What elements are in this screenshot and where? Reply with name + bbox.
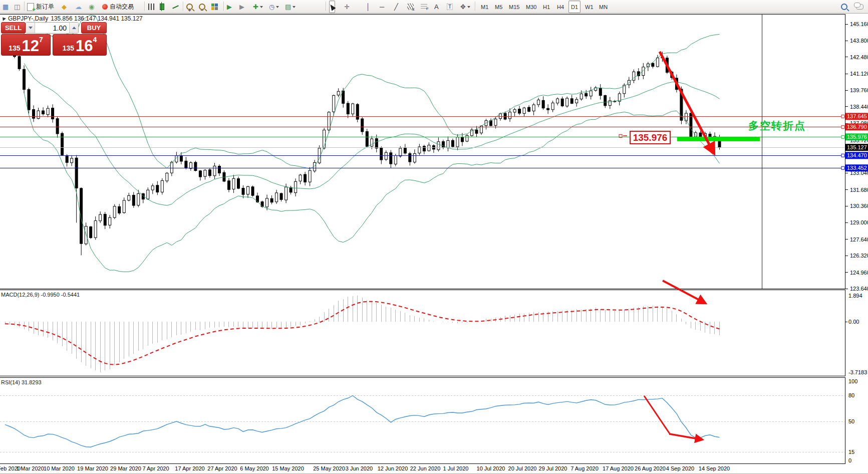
candle-body [399, 148, 402, 156]
zoom-out-icon[interactable]: − [198, 1, 206, 13]
candle-body [232, 178, 235, 189]
timeframe-mn[interactable]: MN [597, 1, 610, 13]
candlestick-chart-type-icon[interactable] [159, 1, 165, 13]
candle-body [523, 108, 525, 113]
fibonacci-tool[interactable] [420, 1, 428, 13]
macd-indicator-label: MACD(12,26,9) -0.9950 -0.5441 [1, 292, 80, 298]
timeframe-h1[interactable]: H1 [540, 1, 552, 13]
navigator-icon[interactable]: ☁ [75, 1, 82, 13]
price-tick-label: 124.960 [850, 270, 868, 276]
timeframe-m30[interactable]: M30 [523, 1, 539, 13]
market-watch-icon[interactable]: ◆ [61, 1, 67, 13]
channel-tool[interactable] [407, 1, 414, 13]
bar-chart-type-icon[interactable] [148, 1, 155, 13]
date-label: 3 Jun 2020 [346, 465, 373, 471]
timeframe-d1[interactable]: D1 [568, 1, 581, 13]
vertical-line-tool[interactable]: │ [366, 1, 371, 13]
candle-body [208, 170, 211, 176]
symbol-ohlc-values: 135.856 136.147 134.941 135.127 [51, 15, 143, 22]
triangle-up-icon [72, 27, 76, 29]
bollinger-middle-band [24, 63, 719, 205]
candle-body [18, 56, 21, 69]
price-tick-label: 139.760 [850, 87, 868, 93]
alerts-icon[interactable]: ◉ [88, 1, 95, 13]
add-indicator-button[interactable]: ✚ [252, 1, 263, 13]
search-icon[interactable] [840, 1, 848, 13]
main-toolbar: ▦◫新订单◆☁◉自动交易+−▶▶✚◷▤✛│─╱AT✥M1M5M15M30H1H4… [0, 0, 868, 14]
volume-decrease-button[interactable] [26, 23, 35, 33]
candle-body [213, 166, 216, 175]
trendline-tool[interactable]: ╱ [394, 1, 399, 13]
timeframe-h4[interactable]: H4 [554, 1, 566, 13]
candle-body [690, 113, 692, 137]
tile-windows-icon[interactable] [211, 1, 218, 13]
volume-increase-button[interactable] [69, 23, 78, 33]
rsi-scale-label: 80 [848, 392, 854, 398]
text-label-tool[interactable]: T [446, 1, 453, 13]
chart-canvas[interactable]: 145.160143.800142.480141.120139.760138.4… [0, 0, 868, 474]
arrows-tool[interactable]: ✥ [460, 1, 471, 13]
periods-button[interactable]: ◷ [268, 1, 279, 13]
price-marker-text: 135.127 [847, 144, 867, 150]
symbol-name: GBPJPY-,Daily [8, 15, 48, 22]
candle-body [285, 187, 287, 200]
line-chart-type-icon[interactable] [172, 1, 179, 13]
volume-stepper[interactable] [26, 22, 79, 34]
price-tick-label: 130.360 [850, 203, 868, 209]
new-chart-window-icon[interactable]: ▦ [2, 1, 9, 13]
timeframe-m5[interactable]: M5 [492, 1, 505, 13]
buy-button[interactable]: BUY [81, 22, 107, 34]
candle-body [570, 99, 573, 104]
new-order-button[interactable]: 新订单 [27, 1, 55, 13]
candle-body [361, 119, 364, 132]
support-zone-bar[interactable] [677, 137, 760, 141]
chat-icon[interactable] [855, 1, 864, 13]
candle-body [194, 162, 197, 171]
date-label: 14 Sep 2020 [699, 465, 730, 471]
candle-body [575, 99, 578, 103]
line-handle[interactable] [841, 115, 844, 118]
candle-body [118, 206, 121, 213]
date-label: 17 Aug 2020 [603, 465, 634, 471]
horizontal-line-tool[interactable]: ─ [379, 1, 385, 13]
trend-arrow[interactable] [663, 281, 704, 303]
candle-body [528, 107, 530, 111]
autotrading-button[interactable]: 自动交易 [102, 1, 134, 13]
price-axis[interactable]: 145.160143.800142.480141.120139.760138.4… [845, 21, 868, 463]
timeframe-m1[interactable]: M1 [478, 1, 491, 13]
line-handle[interactable] [841, 125, 844, 128]
chart-shift-icon[interactable]: ▶ [239, 1, 245, 13]
date-axis[interactable]: 20 Feb 20201 Mar 202010 Mar 202019 Mar 2… [0, 465, 730, 471]
candle-body [375, 138, 378, 148]
candle-body [61, 133, 64, 155]
templates-button[interactable]: ▤ [284, 1, 296, 13]
sell-price-display[interactable]: 135127 [1, 34, 51, 56]
trend-arrow[interactable] [669, 434, 701, 439]
timeframe-m15[interactable]: M15 [506, 1, 522, 13]
crosshair-tool[interactable]: ✛ [344, 1, 350, 13]
candle-body [309, 170, 311, 182]
zoom-in-icon[interactable]: + [186, 1, 193, 13]
panel-frames [0, 14, 868, 473]
auto-scroll-icon[interactable]: ▶ [226, 1, 232, 13]
line-handle[interactable] [841, 166, 844, 169]
line-handle[interactable] [841, 135, 844, 138]
buy-price-display[interactable]: 135164 [53, 34, 107, 56]
volume-input[interactable] [35, 23, 69, 33]
candle-body [137, 193, 140, 205]
candle-body [227, 181, 230, 189]
candle-body [151, 186, 154, 190]
sell-button[interactable]: SELL [1, 22, 26, 34]
price-tick-label: 131.680 [850, 187, 868, 193]
candle-body [337, 91, 340, 95]
cursor-tool[interactable] [329, 1, 335, 13]
line-handle[interactable] [841, 154, 844, 157]
date-label: 7 Aug 2020 [570, 465, 599, 471]
panel-frame [0, 290, 845, 376]
profiles-icon[interactable]: ◫ [14, 1, 21, 13]
candle-body [189, 163, 192, 169]
toolbar-separator [144, 2, 145, 11]
timeframe-w1[interactable]: W1 [583, 1, 596, 13]
candle-body [242, 188, 244, 195]
text-tool[interactable]: A [434, 1, 439, 13]
